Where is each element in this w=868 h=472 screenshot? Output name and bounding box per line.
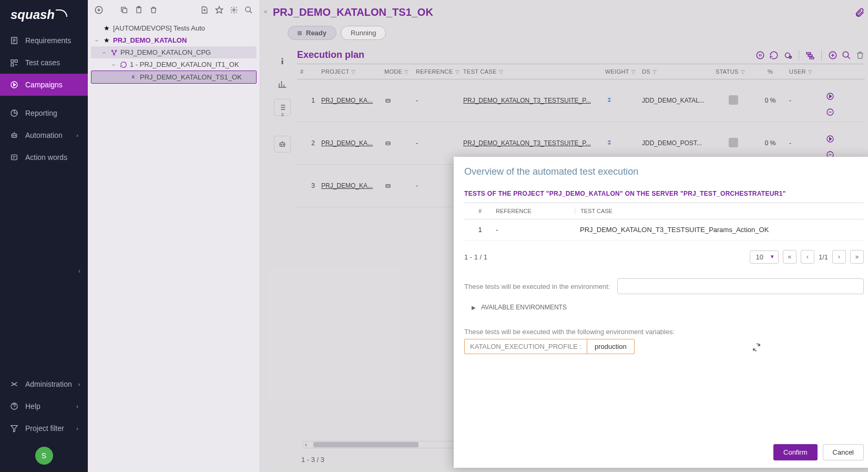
requirements-icon xyxy=(9,36,19,45)
testcases-icon xyxy=(9,58,19,67)
actionwords-icon xyxy=(9,153,19,162)
sidebar-label: Automation xyxy=(25,131,63,139)
sidebar-collapse-button[interactable]: ‹ xyxy=(0,263,88,279)
sidebar-label: Help xyxy=(25,402,40,410)
favorite-icon[interactable] xyxy=(213,4,225,16)
automation-icon xyxy=(9,130,19,140)
sidebar-item-requirements[interactable]: Requirements xyxy=(0,29,88,52)
sidebar-item-projectfilter[interactable]: Project filter › xyxy=(0,417,88,439)
paste-icon[interactable] xyxy=(133,4,145,16)
environment-row: These tests will be executed in the envi… xyxy=(464,278,864,294)
tree-panel: ★ [AUTOM/DEVOPS] Tests Auto − ★ PRJ_DEMO… xyxy=(88,0,260,472)
page-size-select[interactable]: 10 xyxy=(750,250,778,264)
env-variable-chip[interactable]: KATALON_EXECUTION_PROFILE : production xyxy=(464,339,635,354)
triangle-right-icon: ▶ xyxy=(472,305,476,310)
tree-node-project[interactable]: − ★ PRJ_DEMO_KATALON xyxy=(91,34,257,46)
cancel-button[interactable]: Cancel xyxy=(823,444,864,460)
svg-point-22 xyxy=(114,54,115,55)
tree-node-iteration[interactable]: − 1 - PRJ_DEMO_KATALON_IT1_OK xyxy=(91,58,257,71)
campaigns-icon xyxy=(9,80,19,89)
copy-icon[interactable] xyxy=(118,4,130,16)
tree-node-project[interactable]: ★ [AUTOM/DEVOPS] Tests Auto xyxy=(91,22,257,34)
svg-point-8 xyxy=(13,135,13,136)
environment-input[interactable] xyxy=(617,278,864,294)
delete-icon[interactable] xyxy=(148,4,159,16)
sidebar-label: Administration xyxy=(25,380,72,388)
sidebar-item-campaigns[interactable]: Campaigns xyxy=(0,74,88,96)
sidebar-label: Requirements xyxy=(25,36,71,45)
sidebar-label: Campaigns xyxy=(25,81,63,89)
svg-point-21 xyxy=(115,50,116,51)
dialog-actions: Confirm Cancel xyxy=(464,436,864,460)
tree-node-campaign[interactable]: − PRJ_DEMO_KATALON_CPG xyxy=(91,46,257,58)
sidebar-label: Action words xyxy=(25,153,67,162)
chevron-right-icon: › xyxy=(76,132,78,138)
testsuite-icon xyxy=(129,74,138,81)
svg-point-26 xyxy=(281,144,281,145)
export-icon[interactable] xyxy=(199,4,210,16)
campaign-tree: ★ [AUTOM/DEVOPS] Tests Auto − ★ PRJ_DEMO… xyxy=(88,20,260,86)
sidebar-label: Project filter xyxy=(25,424,64,433)
tree-label: PRJ_DEMO_KATALON_TS1_OK xyxy=(140,73,242,81)
dialog-table-row[interactable]: 1 - PRJ_DEMO_KATALON_T3_TESTSUITE_Params… xyxy=(464,219,864,240)
tree-label: [AUTOM/DEVOPS] Tests Auto xyxy=(113,24,205,32)
tree-node-testsuite[interactable]: PRJ_DEMO_KATALON_TS1_OK xyxy=(91,71,257,84)
dialog-grid-header: # REFERENCE TEST CASE xyxy=(464,203,864,219)
dialog-title: Overview of the automated test execution xyxy=(464,166,864,177)
sidebar-label: Reporting xyxy=(25,109,57,117)
collapse-icon[interactable]: − xyxy=(100,49,108,56)
tab-stats[interactable] xyxy=(274,76,291,93)
sidebar-item-automation[interactable]: Automation › xyxy=(0,124,88,146)
user-avatar[interactable]: S xyxy=(35,447,53,465)
main-sidebar: squash Requirements Test cases Campaigns… xyxy=(0,0,88,472)
tree-label: PRJ_DEMO_KATALON xyxy=(113,36,187,44)
tree-label: PRJ_DEMO_KATALON_CPG xyxy=(120,48,211,56)
settings-icon[interactable] xyxy=(228,4,240,16)
svg-point-9 xyxy=(15,135,15,136)
sidebar-item-testcases[interactable]: Test cases xyxy=(0,52,88,74)
svg-marker-5 xyxy=(14,83,16,86)
search-icon[interactable] xyxy=(243,4,254,16)
dialog-subtitle: TESTS OF THE PROJECT "PRJ_DEMO_KATALON" … xyxy=(464,190,864,197)
svg-marker-17 xyxy=(216,6,222,13)
svg-rect-10 xyxy=(12,155,17,159)
campaign-icon xyxy=(110,49,118,56)
execution-overview-dialog: Overview of the automated test execution… xyxy=(454,157,868,468)
pager-prev[interactable]: ‹ xyxy=(801,250,814,264)
tree-toolbar xyxy=(88,0,260,20)
star-icon: ★ xyxy=(103,24,111,32)
add-icon[interactable] xyxy=(93,4,105,16)
env-var-value: production xyxy=(587,339,634,354)
sidebar-label: Test cases xyxy=(25,58,60,67)
collapse-icon[interactable]: − xyxy=(93,37,100,44)
available-environments-accordion[interactable]: ▶ AVAILABLE ENVIRONMENTS xyxy=(464,304,864,311)
env-var-key: KATALON_EXECUTION_PROFILE : xyxy=(465,339,587,354)
sidebar-item-administration[interactable]: Administration › xyxy=(0,373,88,395)
tree-label: 1 - PRJ_DEMO_KATALON_IT1_OK xyxy=(130,61,239,68)
pager-first[interactable]: « xyxy=(783,250,796,264)
svg-point-19 xyxy=(246,7,250,12)
svg-point-18 xyxy=(233,9,235,11)
refresh-icon[interactable] xyxy=(752,343,761,352)
sidebar-item-reporting[interactable]: Reporting xyxy=(0,102,88,124)
iteration-icon xyxy=(119,61,128,68)
svg-marker-12 xyxy=(11,426,17,432)
svg-point-27 xyxy=(283,144,283,145)
env-label: These tests will be executed in the envi… xyxy=(464,283,610,290)
svg-rect-2 xyxy=(15,60,17,63)
tab-info[interactable] xyxy=(274,53,291,69)
sidebar-item-actionwords[interactable]: Action words xyxy=(0,146,88,168)
collapse-icon[interactable]: − xyxy=(110,62,117,68)
sidebar-item-help[interactable]: Help › xyxy=(0,395,88,417)
svg-rect-14 xyxy=(122,8,127,13)
tab-robot[interactable] xyxy=(274,136,291,153)
pager-last[interactable]: » xyxy=(850,250,864,264)
reporting-icon xyxy=(9,108,19,118)
confirm-button[interactable]: Confirm xyxy=(773,444,818,460)
chevron-right-icon: › xyxy=(76,425,78,431)
star-icon: ★ xyxy=(103,36,111,44)
administration-icon xyxy=(9,379,19,389)
tab-list[interactable]: 3 xyxy=(274,99,291,116)
help-icon xyxy=(9,401,19,411)
pager-next[interactable]: › xyxy=(832,250,846,264)
